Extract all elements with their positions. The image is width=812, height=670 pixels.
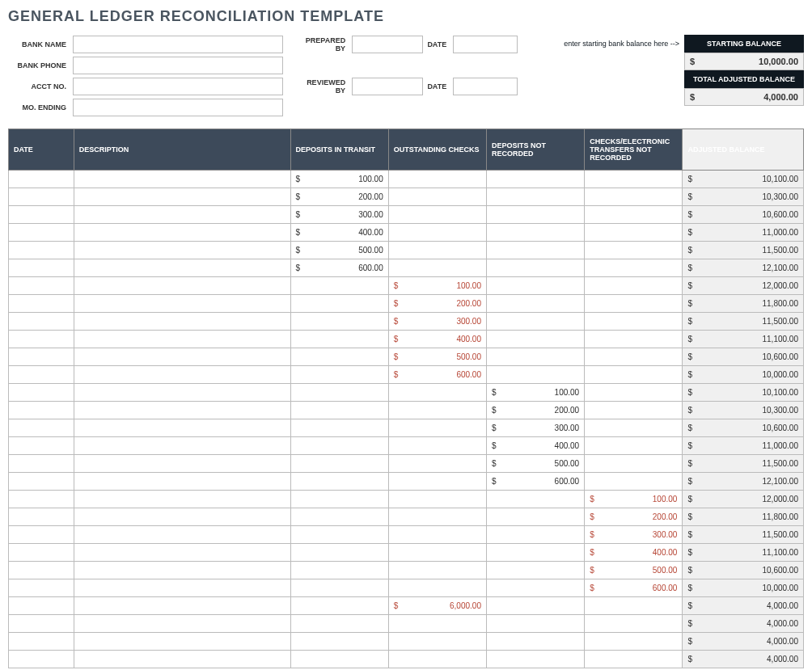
- cell-description[interactable]: [74, 331, 290, 348]
- cell-outstanding-checks[interactable]: [388, 402, 486, 419]
- cell-deposits-not-recorded[interactable]: [486, 651, 584, 668]
- cell-date[interactable]: [9, 633, 74, 651]
- cell-deposits-transit[interactable]: [290, 437, 388, 455]
- cell-deposits-transit[interactable]: [290, 277, 388, 295]
- cell-checks-not-recorded[interactable]: [585, 597, 683, 615]
- cell-deposits-not-recorded[interactable]: [486, 259, 584, 277]
- cell-deposits-not-recorded[interactable]: $600.00: [486, 473, 584, 491]
- cell-deposits-transit[interactable]: $600.00: [290, 259, 388, 277]
- cell-date[interactable]: [9, 597, 74, 615]
- cell-deposits-transit[interactable]: [290, 526, 388, 544]
- cell-deposits-transit[interactable]: [290, 348, 388, 366]
- cell-checks-not-recorded[interactable]: [585, 455, 683, 473]
- cell-outstanding-checks[interactable]: [388, 171, 486, 188]
- cell-description[interactable]: [74, 562, 290, 579]
- cell-outstanding-checks[interactable]: $400.00: [388, 331, 486, 348]
- cell-description[interactable]: [74, 313, 290, 331]
- cell-date[interactable]: [9, 562, 74, 579]
- cell-description[interactable]: [74, 277, 290, 295]
- cell-description[interactable]: [74, 437, 290, 455]
- cell-description[interactable]: [74, 295, 290, 313]
- cell-deposits-not-recorded[interactable]: [486, 348, 584, 366]
- cell-checks-not-recorded[interactable]: [585, 259, 683, 277]
- cell-deposits-not-recorded[interactable]: [486, 331, 584, 348]
- cell-date[interactable]: [9, 348, 74, 366]
- cell-deposits-not-recorded[interactable]: [486, 526, 584, 544]
- cell-deposits-transit[interactable]: [290, 597, 388, 615]
- cell-date[interactable]: [9, 437, 74, 455]
- cell-date[interactable]: [9, 206, 74, 224]
- cell-description[interactable]: [74, 224, 290, 242]
- cell-date[interactable]: [9, 402, 74, 419]
- cell-date[interactable]: [9, 366, 74, 384]
- cell-deposits-not-recorded[interactable]: $500.00: [486, 455, 584, 473]
- cell-checks-not-recorded[interactable]: $300.00: [585, 526, 683, 544]
- cell-date[interactable]: [9, 384, 74, 402]
- cell-description[interactable]: [74, 348, 290, 366]
- cell-checks-not-recorded[interactable]: [585, 651, 683, 668]
- cell-deposits-transit[interactable]: [290, 366, 388, 384]
- cell-date[interactable]: [9, 259, 74, 277]
- cell-deposits-transit[interactable]: $300.00: [290, 206, 388, 224]
- input-reviewed-by[interactable]: [352, 78, 423, 95]
- cell-checks-not-recorded[interactable]: [585, 615, 683, 633]
- cell-outstanding-checks[interactable]: [388, 562, 486, 579]
- cell-date[interactable]: [9, 651, 74, 668]
- cell-outstanding-checks[interactable]: [388, 224, 486, 242]
- cell-deposits-not-recorded[interactable]: [486, 544, 584, 562]
- cell-outstanding-checks[interactable]: [388, 579, 486, 597]
- cell-deposits-transit[interactable]: [290, 402, 388, 419]
- cell-outstanding-checks[interactable]: [388, 633, 486, 651]
- cell-deposits-not-recorded[interactable]: $400.00: [486, 437, 584, 455]
- cell-date[interactable]: [9, 526, 74, 544]
- cell-description[interactable]: [74, 366, 290, 384]
- cell-description[interactable]: [74, 544, 290, 562]
- input-bank-phone[interactable]: [73, 57, 283, 74]
- cell-deposits-not-recorded[interactable]: [486, 313, 584, 331]
- cell-date[interactable]: [9, 277, 74, 295]
- cell-deposits-transit[interactable]: [290, 419, 388, 437]
- cell-description[interactable]: [74, 491, 290, 508]
- cell-description[interactable]: [74, 579, 290, 597]
- cell-checks-not-recorded[interactable]: [585, 366, 683, 384]
- cell-description[interactable]: [74, 473, 290, 491]
- input-prepared-by[interactable]: [352, 36, 423, 53]
- cell-deposits-transit[interactable]: [290, 544, 388, 562]
- input-bank-name[interactable]: [73, 36, 283, 53]
- cell-checks-not-recorded[interactable]: [585, 295, 683, 313]
- cell-deposits-not-recorded[interactable]: [486, 224, 584, 242]
- cell-date[interactable]: [9, 331, 74, 348]
- cell-checks-not-recorded[interactable]: [585, 384, 683, 402]
- cell-deposits-not-recorded[interactable]: [486, 579, 584, 597]
- input-date-1[interactable]: [453, 36, 518, 53]
- cell-checks-not-recorded[interactable]: [585, 206, 683, 224]
- cell-outstanding-checks[interactable]: [388, 508, 486, 526]
- cell-outstanding-checks[interactable]: $600.00: [388, 366, 486, 384]
- cell-deposits-not-recorded[interactable]: [486, 242, 584, 259]
- cell-description[interactable]: [74, 419, 290, 437]
- cell-deposits-transit[interactable]: $100.00: [290, 171, 388, 188]
- cell-checks-not-recorded[interactable]: $200.00: [585, 508, 683, 526]
- cell-description[interactable]: [74, 402, 290, 419]
- cell-deposits-not-recorded[interactable]: [486, 562, 584, 579]
- cell-checks-not-recorded[interactable]: [585, 188, 683, 206]
- cell-deposits-transit[interactable]: [290, 651, 388, 668]
- input-mo-ending[interactable]: [73, 99, 283, 116]
- cell-description[interactable]: [74, 384, 290, 402]
- cell-deposits-transit[interactable]: [290, 508, 388, 526]
- cell-description[interactable]: [74, 633, 290, 651]
- cell-deposits-not-recorded[interactable]: [486, 277, 584, 295]
- cell-description[interactable]: [74, 455, 290, 473]
- cell-outstanding-checks[interactable]: [388, 544, 486, 562]
- cell-deposits-not-recorded[interactable]: [486, 366, 584, 384]
- cell-date[interactable]: [9, 491, 74, 508]
- cell-date[interactable]: [9, 188, 74, 206]
- cell-outstanding-checks[interactable]: [388, 242, 486, 259]
- cell-checks-not-recorded[interactable]: $600.00: [585, 579, 683, 597]
- cell-checks-not-recorded[interactable]: [585, 633, 683, 651]
- cell-checks-not-recorded[interactable]: $400.00: [585, 544, 683, 562]
- cell-outstanding-checks[interactable]: [388, 455, 486, 473]
- cell-deposits-transit[interactable]: $200.00: [290, 188, 388, 206]
- cell-deposits-transit[interactable]: [290, 579, 388, 597]
- cell-outstanding-checks[interactable]: [388, 526, 486, 544]
